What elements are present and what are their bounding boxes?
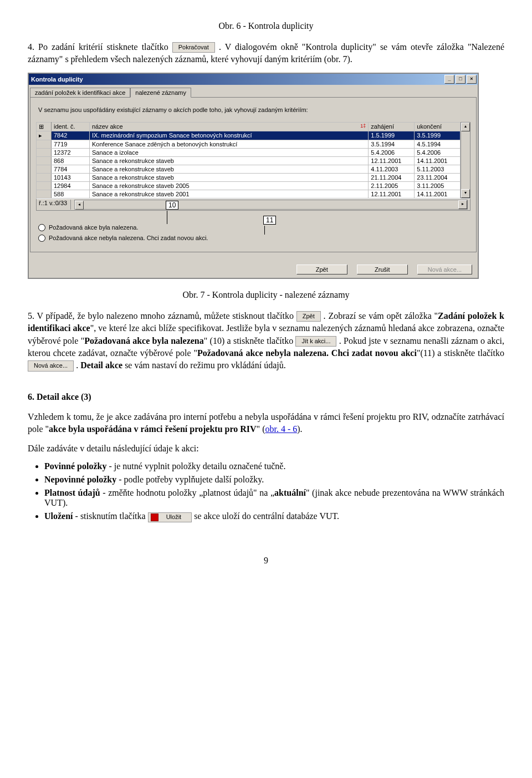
- table-row[interactable]: 12372 Sanace a izolace 5.4.2006 5.4.2006: [37, 148, 461, 156]
- p5-a: 5. V případě, že bylo nalezeno mnoho záz…: [28, 311, 296, 321]
- zrusit-button[interactable]: Zrušit: [357, 265, 408, 274]
- radio-notfound-label: Požadovaná akce nebyla nalezena. Chci za…: [49, 235, 208, 241]
- row-selector[interactable]: ▸: [37, 131, 52, 140]
- tab-zadani[interactable]: zadání položek k identifikaci akce: [30, 88, 130, 98]
- cell-name: Sanace a izolace: [90, 148, 369, 156]
- dialog-button-row: Zpět Zrušit Nová akce...: [29, 256, 478, 278]
- scroll-down-icon[interactable]: ▾: [461, 189, 470, 198]
- cell-name: Sanace a rekonstrukce staveb: [90, 165, 369, 173]
- figure-7-caption: Obr. 7 - Kontrola duplicity - nalezené z…: [28, 290, 504, 300]
- paragraph-5: 5. V případě, že bylo nalezeno mnoho záz…: [28, 310, 504, 372]
- cell-id: 7842: [52, 131, 90, 140]
- kontrola-duplicity-dialog: Kontrola duplicity _ □ × zadání položek …: [28, 73, 479, 279]
- page-number: 9: [28, 556, 504, 566]
- table-row[interactable]: 588 Sanace a rekonstrukce staveb 2001 12…: [37, 190, 461, 198]
- sec6-p1b: akce byla uspořádána v rámci řešení proj…: [49, 424, 257, 434]
- tab-nalezene[interactable]: nalezené záznamy: [130, 88, 191, 98]
- cell-start: 12.11.2001: [369, 190, 415, 198]
- row-selector[interactable]: [37, 165, 52, 173]
- cell-name: IX. mezinárodní sympozium Sanace betonov…: [90, 131, 369, 140]
- zpet-inline-button[interactable]: Zpět: [296, 311, 321, 322]
- cell-end: 3.11.2005: [415, 181, 461, 190]
- row-selector[interactable]: [37, 140, 52, 148]
- maximize-button[interactable]: □: [456, 75, 466, 84]
- sec6-p1c: " (: [257, 424, 265, 434]
- status-text: ř.:1 v.:0/33: [39, 200, 71, 210]
- jit-k-akci-button[interactable]: Jít k akci...: [295, 336, 336, 347]
- radio-found[interactable]: [38, 224, 45, 231]
- cell-start: 4.11.2003: [369, 165, 415, 173]
- zpet-button[interactable]: Zpět: [296, 265, 347, 274]
- cell-start: 1.5.1999: [369, 131, 415, 140]
- scroll-left-icon[interactable]: ◂: [75, 201, 84, 210]
- cell-end: 14.11.2001: [415, 190, 461, 198]
- nova-akce-inline-button[interactable]: Nová akce...: [28, 360, 74, 371]
- row-selector[interactable]: [37, 181, 52, 190]
- table-row[interactable]: 7784 Sanace a rekonstrukce staveb 4.11.2…: [37, 165, 461, 173]
- cell-id: 7784: [52, 165, 90, 173]
- li2-bold: Nepovinné položky: [44, 475, 116, 484]
- li4-c: se akce uloží do centrální databáze VUT.: [194, 511, 339, 521]
- pokracovat-button[interactable]: Pokračovat: [172, 42, 215, 53]
- cell-end: 23.11.2004: [415, 173, 461, 181]
- callout-10: 10: [166, 201, 178, 210]
- obr-4-6-link[interactable]: obr. 4 - 6: [265, 424, 297, 434]
- section-6-heading: 6. Detail akce (3): [28, 392, 504, 402]
- scroll-up-icon[interactable]: ▴: [461, 123, 470, 131]
- col-ident[interactable]: ident. č.: [52, 122, 90, 131]
- cell-id: 588: [52, 190, 90, 198]
- row-selector[interactable]: [37, 156, 52, 165]
- sec6-para1: Vzhledem k tomu, že je akce zadávána pro…: [28, 411, 504, 436]
- minimize-button[interactable]: _: [444, 75, 454, 84]
- save-disk-icon: [151, 513, 158, 521]
- row-selector[interactable]: [37, 148, 52, 156]
- row-selector[interactable]: [37, 173, 52, 181]
- col-name[interactable]: název akce 1‡: [90, 122, 369, 131]
- horizontal-scrollbar[interactable]: ◂ ▸: [74, 200, 468, 210]
- cell-end: 5.11.2003: [415, 165, 461, 173]
- results-table: ⊞ ident. č. název akce 1‡ zahájení ukonč…: [36, 122, 461, 199]
- radio-found-label: Požadovaná akce byla nalezena.: [49, 224, 138, 231]
- scroll-right-icon[interactable]: ▸: [458, 200, 467, 209]
- ulozit-label: Uložit: [166, 513, 182, 520]
- table-statusbar: ř.:1 v.:0/33 ◂ ▸: [36, 199, 470, 211]
- table-row[interactable]: 868 Sanace a rekonstrukce staveb 12.11.2…: [37, 156, 461, 165]
- cell-id: 10143: [52, 173, 90, 181]
- table-row[interactable]: 12984 Sanace a rekonstrukce staveb 2005 …: [37, 181, 461, 190]
- radio-notfound[interactable]: [38, 235, 45, 242]
- col-end[interactable]: ukončení: [415, 122, 461, 131]
- li3-c: aktuální: [274, 488, 306, 497]
- table-row[interactable]: 10143 Sanace a rekonstrukce staveb 21.11…: [37, 173, 461, 181]
- cell-start: 12.11.2001: [369, 156, 415, 165]
- tab-body: V seznamu jsou uspořádány existující záz…: [30, 97, 477, 252]
- li3-bold: Platnost údajů: [44, 488, 100, 497]
- row-selector[interactable]: [37, 190, 52, 198]
- cell-id: 12372: [52, 148, 90, 156]
- cell-end: 14.11.2001: [415, 156, 461, 165]
- sec6-para2: Dále zadáváte v detailu následující údaj…: [28, 443, 504, 455]
- table-row[interactable]: 7719 Konference Sanace zděných a betonov…: [37, 140, 461, 148]
- cell-start: 2.11.2005: [369, 181, 415, 190]
- cell-end: 4.5.1994: [415, 140, 461, 148]
- li2-text: - podle potřeby vyplňujete další položky…: [116, 475, 264, 484]
- li4-bold: Uložení: [44, 511, 73, 521]
- p5-bold3: Požadovaná akce nebyla nalezena. Chci za…: [197, 348, 417, 358]
- cell-start: 21.11.2004: [369, 173, 415, 181]
- ulozit-button[interactable]: Uložit: [148, 512, 192, 522]
- paragraph-4: 4. Po zadání kritérií stisknete tlačítko…: [28, 41, 504, 66]
- sort-indicator-icon: 1‡: [360, 123, 366, 129]
- radio-found-row[interactable]: Požadovaná akce byla nalezena. 10: [38, 224, 468, 231]
- cell-start: 5.4.2006: [369, 148, 415, 156]
- sec6-list: Povinné položky - je nutné vyplnit polož…: [44, 461, 504, 522]
- col-start[interactable]: zahájení: [369, 122, 415, 131]
- table-row[interactable]: ▸ 7842 IX. mezinárodní sympozium Sanace …: [37, 131, 461, 140]
- close-button[interactable]: ×: [467, 75, 477, 84]
- p5-h: se vám nastaví do režimu pro vkládání úd…: [122, 360, 286, 370]
- callout-11: 11: [263, 216, 276, 225]
- expand-header[interactable]: ⊞: [37, 122, 52, 131]
- nova-akce-button[interactable]: Nová akce...: [417, 265, 472, 274]
- intro-text: V seznamu jsou uspořádány existující záz…: [38, 106, 468, 113]
- cell-name: Sanace a rekonstrukce staveb 2005: [90, 181, 369, 190]
- radio-notfound-row[interactable]: Požadovaná akce nebyla nalezena. Chci za…: [38, 235, 468, 242]
- vertical-scrollbar[interactable]: ▴ ▾: [461, 122, 470, 199]
